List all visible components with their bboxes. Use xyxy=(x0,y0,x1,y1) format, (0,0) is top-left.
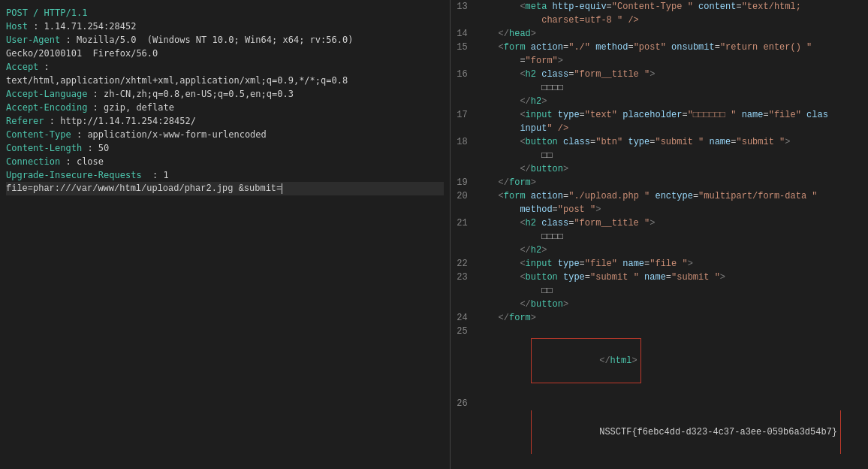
line-content-16: <h2 class="form__title "> □□□□ </h2> xyxy=(474,68,868,108)
code-row-20: 20 <form action="./upload.php " enctype=… xyxy=(451,189,868,216)
line-number-21: 21 xyxy=(451,216,474,257)
line-content-18: <button class="btn" type="submit " name=… xyxy=(474,135,868,176)
line-number-17: 17 xyxy=(451,108,474,135)
line-number-20: 20 xyxy=(451,189,474,216)
line-number-24: 24 xyxy=(451,311,474,325)
code-row-15: 15 <form action="./" method="post" onsub… xyxy=(451,41,868,68)
line-number-15: 15 xyxy=(451,41,474,68)
line-content-25: </html> xyxy=(474,325,868,397)
line-content-15: <form action="./" method="post" onsubmit… xyxy=(474,41,868,68)
right-panel: 13 <meta http-equiv="Content-Type " cont… xyxy=(451,0,868,469)
code-row-14: 14 </head> xyxy=(451,27,868,41)
host-label: Host xyxy=(6,21,28,32)
line-number-16: 16 xyxy=(451,68,474,108)
line-number-19: 19 xyxy=(451,176,474,189)
line-content-14: </head> xyxy=(474,27,868,41)
code-row-21: 21 <h2 class="form__title "> □□□□ </h2> xyxy=(451,216,868,257)
code-row-24: 24 </form> xyxy=(451,311,868,325)
code-row-17: 17 <input type="text" placeholder="□□□□□… xyxy=(451,108,868,135)
line-number-26: 26 xyxy=(451,397,474,467)
code-row-18: 18 <button class="btn" type="submit " na… xyxy=(451,135,868,176)
line-number-25: 25 xyxy=(451,325,474,397)
request-body-line[interactable]: file=phar:///var/www/html/upload/phar2.j… xyxy=(6,182,444,195)
line-content-17: <input type="text" placeholder="□□□□□□ "… xyxy=(474,108,868,135)
code-row-23: 23 <button type="submit " name="submit "… xyxy=(451,271,868,311)
line-number-14: 14 xyxy=(451,27,474,41)
line-content-24: </form> xyxy=(474,311,868,325)
request-headers: POST / HTTP/1.1 Host : 1.14.71.254:28452… xyxy=(6,6,444,182)
line-content-21: <h2 class="form__title "> □□□□ </h2> xyxy=(474,216,868,257)
line-content-19: </form> xyxy=(474,176,868,189)
line-content-26: NSSCTF{f6ebc4dd-d323-4c37-a3ee-059b6a3d5… xyxy=(474,397,868,467)
code-table: 13 <meta http-equiv="Content-Type " cont… xyxy=(451,0,868,469)
left-panel: POST / HTTP/1.1 Host : 1.14.71.254:28452… xyxy=(0,0,451,469)
line-content-23: <button type="submit " name="submit "> □… xyxy=(474,271,868,311)
code-row-22: 22 <input type="file" name="file "> xyxy=(451,257,868,271)
code-row-16: 16 <h2 class="form__title "> □□□□ </h2> xyxy=(451,68,868,108)
code-row-19: 19 </form> xyxy=(451,176,868,189)
method-line: POST / HTTP/1.1 xyxy=(6,8,87,18)
line-number-18: 18 xyxy=(451,135,474,176)
line-number-13: 13 xyxy=(451,0,474,27)
line-number-22: 22 xyxy=(451,257,474,271)
line-content-20: <form action="./upload.php " enctype="mu… xyxy=(474,189,868,216)
code-row-26: 26 NSSCTF{f6ebc4dd-d323-4c37-a3ee-059b6a… xyxy=(451,397,868,467)
line-number-23: 23 xyxy=(451,271,474,311)
code-row-13: 13 <meta http-equiv="Content-Type " cont… xyxy=(451,0,868,27)
line-content-22: <input type="file" name="file "> xyxy=(474,257,868,271)
line-content-13: <meta http-equiv="Content-Type " content… xyxy=(474,0,868,27)
code-row-25: 25 </html> xyxy=(451,325,868,397)
